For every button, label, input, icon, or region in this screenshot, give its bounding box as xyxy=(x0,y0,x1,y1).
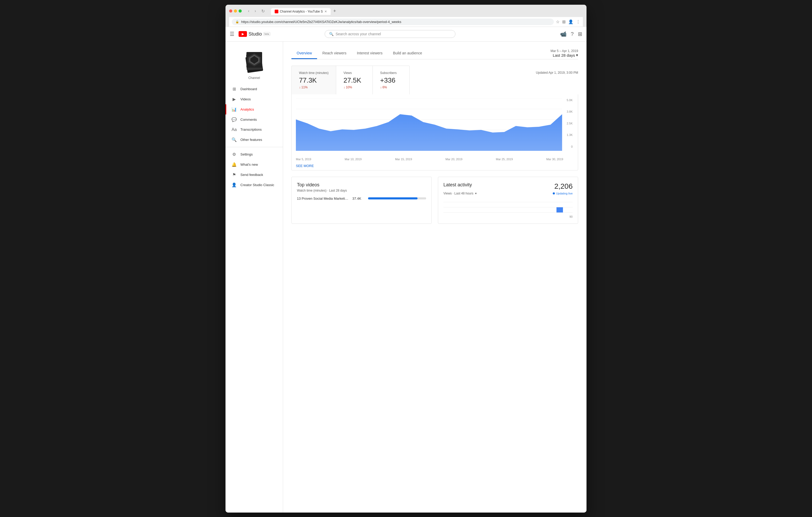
creator-studio-icon: 👤 xyxy=(232,182,237,187)
lock-icon: 🔒 xyxy=(235,20,239,24)
stat-value-subscribers: +336 xyxy=(380,76,402,84)
whats-new-icon: 🔔 xyxy=(232,162,237,167)
extensions-icon[interactable]: ⊞ xyxy=(562,19,566,24)
address-text: https://studio.youtube.com/channel/UCfe5… xyxy=(241,20,401,24)
analytics-icon: 📊 xyxy=(232,107,237,112)
latest-chart-y-label: 90 xyxy=(443,215,573,218)
sidebar-item-label: Other features xyxy=(240,138,262,142)
latest-count: 2,206 xyxy=(554,182,573,190)
stat-card-views[interactable]: Views 27.5K ↓ 10% xyxy=(336,66,373,94)
tab-interest[interactable]: Interest viewers xyxy=(352,48,388,59)
browser-nav: ‹ › ↻ xyxy=(246,8,266,14)
stat-updated: Updated Apr 1, 2019, 3:00 PM xyxy=(536,66,578,80)
forward-button[interactable]: › xyxy=(253,8,257,14)
sidebar-item-dashboard[interactable]: ⊞ Dashboard xyxy=(226,84,283,94)
send-feedback-icon: ⚑ xyxy=(232,172,237,177)
active-tab[interactable]: Channel Analytics - YouTube S ✕ xyxy=(271,8,331,15)
sidebar-item-creator-studio[interactable]: 👤 Creator Studio Classic xyxy=(226,180,283,190)
sidebar-item-videos[interactable]: ▶ Videos xyxy=(226,94,283,104)
chevron-down-icon: ▾ xyxy=(576,53,578,58)
updating-badge: Updating live xyxy=(553,192,573,195)
studio-text: Studio xyxy=(249,31,262,37)
search-placeholder: Search across your channel xyxy=(336,32,381,36)
channel-label: Channel xyxy=(226,76,283,84)
mini-chart xyxy=(443,200,573,215)
tab-title: Channel Analytics - YouTube S xyxy=(280,10,323,13)
main-area: Channel ⊞ Dashboard ▶ Videos 📊 Analytics xyxy=(226,41,586,513)
profile-icon[interactable]: 👤 xyxy=(568,19,573,24)
sidebar-item-label: Dashboard xyxy=(240,87,257,91)
svg-rect-12 xyxy=(556,207,563,213)
logo-svg xyxy=(246,52,262,68)
stats-row: Watch time (minutes) 77.3K ↓ 11% Views 2… xyxy=(291,66,410,94)
sidebar-item-label: What's new xyxy=(240,162,258,166)
address-bar-row: 🔒 https://studio.youtube.com/channel/UCf… xyxy=(229,17,583,27)
dropdown-icon[interactable]: ▾ xyxy=(475,191,476,195)
dashboard-icon: ⊞ xyxy=(232,87,237,91)
menu-icon[interactable]: ⋮ xyxy=(576,19,580,24)
new-tab-button[interactable]: + xyxy=(331,7,338,15)
sidebar-item-other-features[interactable]: 🔍 Other features xyxy=(226,134,283,145)
content-area: Overview Reach viewers Interest viewers … xyxy=(283,41,586,513)
close-button[interactable] xyxy=(229,9,232,12)
tab-bar: Channel Analytics - YouTube S ✕ + xyxy=(271,7,583,15)
chart-labels-x: Mar 5, 2019 Mar 10, 2019 Mar 15, 2019 Ma… xyxy=(296,158,574,161)
sidebar-item-settings[interactable]: ⚙ Settings xyxy=(226,149,283,159)
stats-header: Watch time (minutes) 77.3K ↓ 11% Views 2… xyxy=(291,66,578,94)
video-title: 13 Proven Social Media Marketing Tips f.… xyxy=(297,196,349,201)
topbar-actions: 📹 ? ⊞ xyxy=(560,31,582,37)
stat-change-watch-time: ↓ 11% xyxy=(299,86,328,89)
topbar: ☰ ▶ Studiobeta 🔍 Search across your chan… xyxy=(226,27,586,41)
stat-change-subscribers: ↓ 6% xyxy=(380,86,402,89)
transcriptions-icon: Aa xyxy=(232,127,237,132)
stat-label-views: Views xyxy=(344,71,365,75)
sidebar-item-send-feedback[interactable]: ⚑ Send feedback xyxy=(226,170,283,180)
hamburger-menu[interactable]: ☰ xyxy=(230,31,234,37)
area-chart-svg xyxy=(296,98,574,151)
date-range-value[interactable]: Last 28 days ▾ xyxy=(553,53,578,58)
sidebar-item-analytics[interactable]: 📊 Analytics xyxy=(226,104,283,115)
create-icon[interactable]: 📹 xyxy=(560,31,567,37)
play-icon: ▶ xyxy=(242,32,244,36)
sidebar-item-label: Transcriptions xyxy=(240,127,262,131)
sidebar-item-whats-new[interactable]: 🔔 What's new xyxy=(226,159,283,170)
stat-value-views: 27.5K xyxy=(344,76,365,84)
sidebar-item-comments[interactable]: 💬 Comments xyxy=(226,115,283,125)
video-views: 37.4K xyxy=(352,196,363,201)
settings-icon: ⚙ xyxy=(232,152,237,157)
stat-card-watch-time[interactable]: Watch time (minutes) 77.3K ↓ 11% xyxy=(292,66,336,94)
stat-label-watch-time: Watch time (minutes) xyxy=(299,71,328,75)
minimize-button[interactable] xyxy=(234,9,237,12)
address-input[interactable]: 🔒 https://studio.youtube.com/channel/UCf… xyxy=(232,19,554,25)
bookmark-icon[interactable]: ☆ xyxy=(556,19,559,24)
refresh-button[interactable]: ↻ xyxy=(260,8,266,14)
tab-overview[interactable]: Overview xyxy=(291,48,317,59)
beta-badge: beta xyxy=(263,32,270,36)
see-more-link[interactable]: SEE MORE xyxy=(296,164,314,168)
tab-reach[interactable]: Reach viewers xyxy=(317,48,352,59)
tab-audience[interactable]: Build an audience xyxy=(388,48,427,59)
help-icon[interactable]: ? xyxy=(571,31,574,37)
stat-card-subscribers[interactable]: Subscribers +336 ↓ 6% xyxy=(373,66,409,94)
youtube-logo: ▶ xyxy=(239,31,247,37)
maximize-button[interactable] xyxy=(239,9,242,12)
arrow-down-icon: ↓ xyxy=(299,86,300,89)
other-features-icon: 🔍 xyxy=(232,137,237,142)
updating-dot xyxy=(553,192,555,194)
chart-area: 5.0K 3.8K 2.5K 1.3K 0 xyxy=(296,98,574,156)
search-bar[interactable]: 🔍 Search across your channel xyxy=(325,30,456,38)
chart-container: 5.0K 3.8K 2.5K 1.3K 0 Mar 5, 2019 Mar 10… xyxy=(291,94,578,171)
apps-icon[interactable]: ⊞ xyxy=(578,31,582,37)
tab-close-button[interactable]: ✕ xyxy=(324,10,327,13)
browser-window: ‹ › ↻ Channel Analytics - YouTube S ✕ + … xyxy=(226,5,586,513)
chart-labels-y: 5.0K 3.8K 2.5K 1.3K 0 xyxy=(563,98,574,148)
stat-change-views: ↓ 10% xyxy=(344,86,365,89)
browser-titlebar: ‹ › ↻ Channel Analytics - YouTube S ✕ + … xyxy=(226,5,586,27)
top-videos-title: Top videos xyxy=(297,182,426,188)
latest-subtitle: Views · Last 48 hours ▾ Updating live xyxy=(443,191,573,195)
sidebar-item-transcriptions[interactable]: Aa Transcriptions xyxy=(226,125,283,134)
arrow-down-icon: ↓ xyxy=(380,86,382,89)
sidebar-item-label: Analytics xyxy=(240,108,254,111)
back-button[interactable]: ‹ xyxy=(246,8,251,14)
tab-favicon xyxy=(275,10,278,13)
